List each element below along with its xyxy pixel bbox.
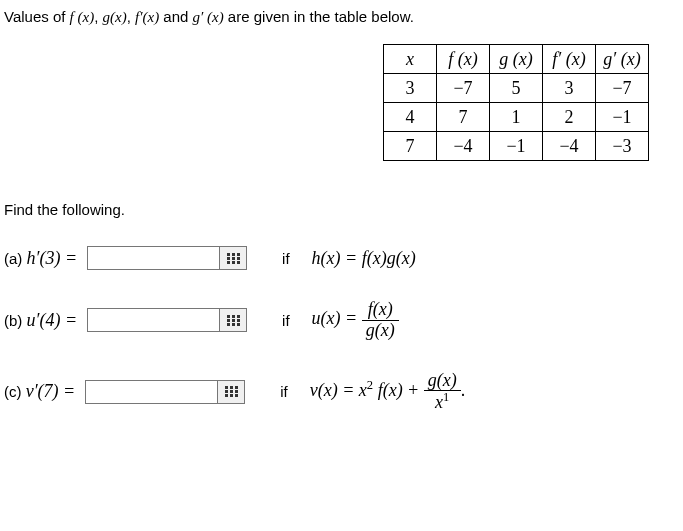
answer-a-box bbox=[87, 246, 247, 270]
cell: 3 bbox=[543, 74, 596, 103]
intro-f1: f (x) bbox=[70, 9, 95, 25]
cell: 5 bbox=[490, 74, 543, 103]
th-fx: f (x) bbox=[437, 45, 490, 74]
qb-rhs-lhs: u(x) = bbox=[312, 308, 362, 328]
th-x: x bbox=[384, 45, 437, 74]
cell: −7 bbox=[596, 74, 649, 103]
intro-sep1: , bbox=[94, 8, 102, 25]
answer-b-box bbox=[87, 308, 247, 332]
keypad-icon bbox=[227, 253, 240, 264]
intro-and: and bbox=[159, 8, 192, 25]
qc-rhs: v(x) = x2 f(x) + g(x)x1. bbox=[310, 371, 466, 414]
keypad-button-c[interactable] bbox=[217, 381, 244, 403]
qc-num: g(x) bbox=[424, 371, 461, 391]
cell: −4 bbox=[437, 132, 490, 161]
intro-f2: g(x) bbox=[103, 9, 127, 25]
qc-den: x1 bbox=[424, 390, 461, 413]
answer-b-input[interactable] bbox=[88, 309, 219, 331]
th-fpx: f′ (x) bbox=[543, 45, 596, 74]
intro-prefix: Values of bbox=[4, 8, 70, 25]
table-row: 7 −4 −1 −4 −3 bbox=[384, 132, 649, 161]
th-gx-v: g (x) bbox=[499, 49, 532, 69]
qb-if: if bbox=[282, 312, 290, 329]
find-label: Find the following. bbox=[4, 201, 679, 218]
qc-rhs-lhs: v(x) = x bbox=[310, 380, 367, 400]
cell: −4 bbox=[543, 132, 596, 161]
question-c: (c) v′(7) = if v(x) = x2 f(x) + g(x)x1. bbox=[4, 371, 679, 414]
cell: 4 bbox=[384, 103, 437, 132]
cell: −7 bbox=[437, 74, 490, 103]
th-gpx: g′ (x) bbox=[596, 45, 649, 74]
qc-if: if bbox=[280, 383, 288, 400]
th-fx-v: f (x) bbox=[448, 49, 477, 69]
qc-rhs-end: . bbox=[461, 380, 466, 400]
cell: −1 bbox=[490, 132, 543, 161]
cell: 1 bbox=[490, 103, 543, 132]
data-table-wrap: x f (x) g (x) f′ (x) g′ (x) 3 −7 5 3 −7 … bbox=[4, 44, 679, 161]
qb-rhs: u(x) = f(x)g(x) bbox=[312, 300, 399, 341]
qb-frac: f(x)g(x) bbox=[362, 300, 399, 341]
intro-suffix: are given in the table below. bbox=[224, 8, 414, 25]
keypad-icon bbox=[227, 315, 240, 326]
table-row: 4 7 1 2 −1 bbox=[384, 103, 649, 132]
intro-sep2: , bbox=[127, 8, 135, 25]
th-gx: g (x) bbox=[490, 45, 543, 74]
answer-c-input[interactable] bbox=[86, 381, 217, 403]
qb-label: (b) u′(4) = bbox=[4, 310, 77, 331]
qb-den: g(x) bbox=[362, 320, 399, 341]
qb-num: f(x) bbox=[362, 300, 399, 320]
qc-label-txt: (c) bbox=[4, 383, 26, 400]
cell: 7 bbox=[384, 132, 437, 161]
keypad-button-b[interactable] bbox=[219, 309, 246, 331]
qa-label: (a) h′(3) = bbox=[4, 248, 77, 269]
qa-lhs: h′(3) = bbox=[27, 248, 78, 268]
qc-rhs-mid: f(x) + bbox=[373, 380, 424, 400]
intro-f4: g′ (x) bbox=[193, 9, 224, 25]
cell: −1 bbox=[596, 103, 649, 132]
intro-f3: f′(x) bbox=[135, 9, 159, 25]
qa-if: if bbox=[282, 250, 290, 267]
cell: 7 bbox=[437, 103, 490, 132]
cell: 3 bbox=[384, 74, 437, 103]
keypad-button-a[interactable] bbox=[219, 247, 246, 269]
cell: −3 bbox=[596, 132, 649, 161]
qb-lhs: u′(4) = bbox=[27, 310, 78, 330]
keypad-icon bbox=[225, 386, 238, 397]
qc-den-base: x bbox=[435, 392, 443, 412]
table-row: 3 −7 5 3 −7 bbox=[384, 74, 649, 103]
qa-rhs: h(x) = f(x)g(x) bbox=[312, 248, 416, 269]
question-a: (a) h′(3) = if h(x) = f(x)g(x) bbox=[4, 246, 679, 270]
th-x-v: x bbox=[406, 49, 414, 69]
qc-den-exp: 1 bbox=[443, 390, 449, 404]
th-gpx-v: g′ (x) bbox=[603, 49, 640, 69]
intro-text: Values of f (x), g(x), f′(x) and g′ (x) … bbox=[4, 8, 679, 26]
th-fpx-v: f′ (x) bbox=[552, 49, 585, 69]
answer-a-input[interactable] bbox=[88, 247, 219, 269]
qc-frac: g(x)x1 bbox=[424, 371, 461, 414]
qa-label-txt: (a) bbox=[4, 250, 27, 267]
cell: 2 bbox=[543, 103, 596, 132]
data-table: x f (x) g (x) f′ (x) g′ (x) 3 −7 5 3 −7 … bbox=[383, 44, 649, 161]
answer-c-box bbox=[85, 380, 245, 404]
qb-label-txt: (b) bbox=[4, 312, 27, 329]
question-b: (b) u′(4) = if u(x) = f(x)g(x) bbox=[4, 300, 679, 341]
qc-label: (c) v′(7) = bbox=[4, 381, 75, 402]
qc-lhs: v′(7) = bbox=[26, 381, 76, 401]
